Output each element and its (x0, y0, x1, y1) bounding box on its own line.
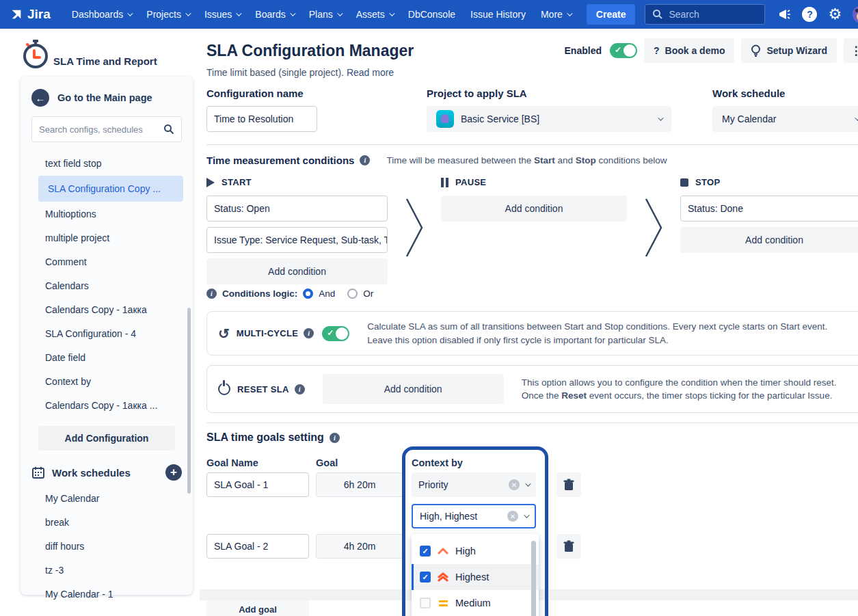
checkbox-unchecked[interactable] (420, 598, 431, 608)
clear-icon[interactable]: ✕ (509, 479, 520, 490)
configs-search[interactable] (31, 116, 182, 142)
back-to-main-link[interactable]: ← Go to the Main page (21, 89, 193, 116)
setup-wizard-button[interactable]: Setup Wizard (741, 38, 837, 63)
info-icon[interactable]: i (330, 433, 340, 443)
chevron-down-icon (525, 481, 531, 486)
announcements-icon[interactable] (777, 8, 791, 21)
conditions-hint: Time will be measured between the Start … (386, 155, 667, 165)
reset-sla-card: RESET SLA i Add condition This option al… (206, 365, 858, 413)
multi-cycle-icon: ↺ (218, 325, 230, 342)
chevron-down-icon (855, 115, 858, 120)
logic-and-radio[interactable] (303, 289, 313, 299)
schedule-item[interactable]: break (38, 511, 183, 534)
dropdown-scrollbar[interactable] (531, 541, 536, 616)
flow-chevron-icon (645, 198, 662, 258)
goal-name-input[interactable] (206, 472, 309, 497)
check-icon: ✓ (615, 45, 621, 55)
reset-add-condition-button[interactable]: Add condition (323, 374, 504, 404)
start-condition[interactable]: Issue Type: Service Request, Sub-task, T… (206, 227, 388, 253)
logic-and-label[interactable]: And (319, 289, 335, 299)
option-medium[interactable]: Medium (412, 590, 539, 616)
book-demo-button[interactable]: ? Book a demo (644, 38, 734, 63)
add-goal-button[interactable]: Add goal (206, 598, 309, 616)
nav-dashboards[interactable]: Dashboards (66, 5, 138, 24)
nav-plans[interactable]: Plans (303, 5, 347, 24)
jira-logo[interactable]: Jira (10, 7, 51, 22)
info-icon[interactable]: i (360, 155, 370, 165)
nav-dbconsole[interactable]: DbConsole (402, 5, 461, 24)
enabled-toggle[interactable]: ✓ (610, 43, 637, 58)
schedule-item[interactable]: diff hours (38, 535, 183, 558)
logic-or-radio[interactable] (347, 289, 358, 299)
start-label: START (222, 177, 252, 187)
settings-gear-icon[interactable]: ⚙ (828, 5, 842, 23)
global-search[interactable] (645, 4, 765, 25)
checkbox-checked[interactable]: ✓ (420, 572, 431, 582)
read-more-link[interactable]: Read more (347, 67, 394, 78)
stop-icon (680, 178, 688, 187)
chevron-down-icon (658, 115, 663, 120)
sidebar-scrollbar[interactable] (187, 308, 191, 494)
config-item[interactable]: Multioptions (38, 202, 183, 226)
delete-goal-button[interactable] (557, 472, 581, 497)
checkbox-checked[interactable]: ✓ (420, 546, 431, 557)
clear-icon[interactable]: ✕ (507, 511, 518, 522)
start-add-condition-button[interactable]: Add condition (206, 258, 388, 284)
nav-more[interactable]: More (535, 5, 577, 24)
config-item[interactable]: Comment (38, 250, 183, 273)
logic-or-label[interactable]: Or (363, 289, 373, 299)
nav-issues[interactable]: Issues (198, 5, 246, 24)
context-field-select[interactable]: Priority ✕ (412, 472, 536, 497)
schedule-item[interactable]: My Calendar - 1 (38, 582, 183, 606)
goal-name-input[interactable] (206, 534, 309, 559)
configs-search-input[interactable] (39, 124, 163, 135)
config-item[interactable]: Date field (38, 346, 183, 369)
more-actions-button[interactable]: ⋮ (844, 38, 858, 63)
schedule-item[interactable]: My Calendar (38, 487, 183, 510)
nav-assets[interactable]: Assets (350, 5, 399, 24)
multi-cycle-toggle[interactable]: ✓ (322, 326, 349, 341)
delete-goal-button[interactable] (557, 534, 581, 559)
user-avatar[interactable] (853, 5, 858, 23)
divider (206, 423, 858, 423)
config-item[interactable]: Calendars (38, 274, 183, 297)
schedule-item[interactable]: tz -3 (38, 559, 183, 582)
chevron-down-icon (524, 512, 529, 518)
pause-add-condition-button[interactable]: Add condition (441, 196, 627, 222)
conditions-title: Time measurement conditions (206, 155, 354, 166)
divider (206, 144, 858, 145)
config-item-selected[interactable]: SLA Configuration Copy ... (38, 176, 183, 202)
config-item[interactable]: multiple project (38, 226, 183, 250)
pause-label: PAUSE (455, 177, 486, 187)
reset-sla-description: This option allows you to configure the … (522, 376, 837, 403)
priority-dropdown: ✓ High ✓ Highest Medium Minor (412, 534, 539, 616)
goal-value[interactable]: 4h 20m (316, 534, 403, 559)
search-input[interactable] (669, 9, 758, 20)
config-item[interactable]: SLA Configuration - 4 (38, 322, 183, 345)
config-name-input[interactable] (206, 106, 317, 132)
create-button[interactable]: Create (587, 4, 636, 25)
config-item[interactable]: text field stop (38, 152, 183, 175)
goal-value[interactable]: 6h 20m (316, 472, 403, 497)
add-schedule-button[interactable]: + (165, 464, 182, 481)
nav-projects[interactable]: Projects (140, 5, 196, 24)
info-icon[interactable]: i (206, 289, 217, 299)
config-item[interactable]: Calendars Copy - 1акка (38, 298, 183, 321)
info-icon[interactable]: i (295, 384, 305, 394)
config-item[interactable]: Context by (38, 370, 183, 393)
start-condition[interactable]: Status: Open (206, 196, 388, 222)
stop-condition[interactable]: Status: Done (680, 196, 858, 222)
add-configuration-button[interactable]: Add Configuration (38, 426, 175, 451)
stop-add-condition-button[interactable]: Add condition (680, 227, 858, 253)
info-icon[interactable]: i (304, 328, 314, 338)
help-icon[interactable]: ? (802, 7, 817, 22)
project-select[interactable]: Basic Service [BS] (427, 106, 671, 132)
option-high[interactable]: ✓ High (412, 538, 539, 564)
context-values-select[interactable]: High, Highest ✕ (412, 504, 536, 528)
option-highest[interactable]: ✓ Highest (412, 564, 539, 590)
nav-issue-history[interactable]: Issue History (464, 5, 532, 24)
config-name-label: Configuration name (206, 88, 427, 99)
config-item[interactable]: Calendars Copy - 1акка ... (38, 394, 183, 417)
work-schedule-select[interactable]: My Calendar (712, 106, 858, 132)
nav-boards[interactable]: Boards (249, 5, 299, 24)
